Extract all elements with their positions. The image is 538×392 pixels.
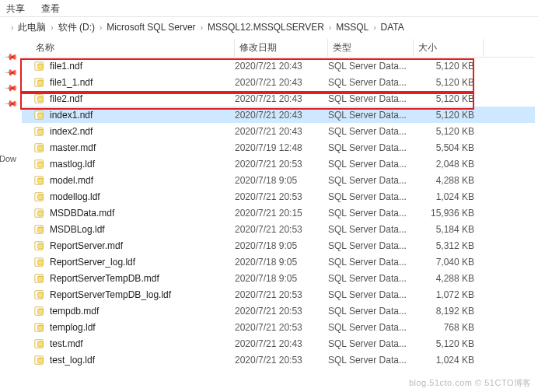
database-file-icon [34,306,45,317]
file-name: ReportServerTempDB_log.ldf [50,289,171,300]
file-date: 2020/7/21 20:15 [235,208,328,219]
file-name: index1.ndf [50,110,93,121]
file-size: 5,312 KB [414,240,484,251]
file-name: MSDBLog.ldf [50,224,105,235]
table-row[interactable]: index1.ndf2020/7/21 20:43SQL Server Data… [22,107,535,123]
file-name: test.mdf [50,338,83,349]
table-row[interactable]: index2.ndf2020/7/21 20:43SQL Server Data… [22,123,535,139]
file-type: SQL Server Data... [328,273,414,284]
table-row[interactable]: model.mdf2020/7/18 9:05SQL Server Data..… [22,172,535,188]
table-row[interactable]: MSDBLog.ldf2020/7/21 20:53SQL Server Dat… [22,221,535,237]
table-row[interactable]: templog.ldf2020/7/21 20:53SQL Server Dat… [22,319,535,335]
file-date: 2020/7/18 9:05 [235,273,328,284]
pin-icon[interactable]: 📌 [5,65,18,79]
file-rows: file1.ndf2020/7/21 20:43SQL Server Data.… [22,58,535,368]
file-type: SQL Server Data... [328,257,414,268]
file-name: ReportServer.mdf [50,240,123,251]
database-file-icon [34,159,45,170]
header-size[interactable]: 大小 [414,39,484,57]
file-size: 1,024 KB [414,355,484,366]
table-row[interactable]: ReportServerTempDB.mdf2020/7/18 9:05SQL … [22,270,535,286]
table-row[interactable]: modellog.ldf2020/7/21 20:53SQL Server Da… [22,188,535,205]
file-size: 4,288 KB [414,273,484,284]
crumb[interactable]: MSSQL12.MSSQLSERVER [208,22,324,33]
table-row[interactable]: master.mdf2020/7/19 12:48SQL Server Data… [22,139,535,156]
file-type: SQL Server Data... [328,142,414,153]
crumb[interactable]: 此电脑 [18,21,46,34]
file-date: 2020/7/18 9:05 [235,240,328,251]
file-type: SQL Server Data... [328,306,414,317]
menu-item-share[interactable]: 共享 [6,3,25,14]
file-size: 7,040 KB [414,257,484,268]
quick-access-sidebar: 📌 📌 📌 📌 :Dow [0,45,22,387]
file-date: 2020/7/21 20:43 [235,110,328,121]
file-type: SQL Server Data... [328,289,414,300]
crumb[interactable]: Microsoft SQL Server [107,22,195,33]
crumb[interactable]: MSSQL [336,22,369,33]
pin-icon[interactable]: 📌 [5,81,18,94]
table-row[interactable]: MSDBData.mdf2020/7/21 20:15SQL Server Da… [22,205,535,221]
database-file-icon [34,355,45,366]
file-size: 1,024 KB [414,191,484,202]
file-type: SQL Server Data... [328,61,414,72]
file-type: SQL Server Data... [328,322,414,333]
table-row[interactable]: ReportServer_log.ldf2020/7/18 9:05SQL Se… [22,254,535,270]
table-row[interactable]: file1_1.ndf2020/7/21 20:43SQL Server Dat… [22,74,535,90]
table-row[interactable]: mastlog.ldf2020/7/21 20:53SQL Server Dat… [22,156,535,172]
table-row[interactable]: file1.ndf2020/7/21 20:43SQL Server Data.… [22,58,535,74]
file-name: tempdb.mdf [50,306,99,317]
top-menu: 共享 查看 [0,0,538,17]
file-size: 5,184 KB [414,224,484,235]
breadcrumb[interactable]: › 此电脑 › 软件 (D:) › Microsoft SQL Server ›… [0,17,538,37]
file-name: mastlog.ldf [50,159,95,170]
file-date: 2020/7/21 20:53 [235,224,328,235]
file-date: 2020/7/21 20:53 [235,289,328,300]
file-size: 5,120 KB [414,61,484,72]
file-size: 5,504 KB [414,142,484,153]
file-date: 2020/7/21 20:53 [235,159,328,170]
header-date[interactable]: 修改日期 [235,39,328,57]
column-headers: 名称 修改日期 类型 大小 [22,39,535,58]
file-date: 2020/7/21 20:53 [235,355,328,366]
table-row[interactable]: ReportServerTempDB_log.ldf2020/7/21 20:5… [22,286,535,303]
table-row[interactable]: file2.ndf2020/7/21 20:43SQL Server Data.… [22,90,535,107]
file-date: 2020/7/18 9:05 [235,175,328,186]
file-type: SQL Server Data... [328,224,414,235]
file-name: index2.ndf [50,126,93,137]
database-file-icon [34,77,45,88]
database-file-icon [34,191,45,202]
file-size: 5,120 KB [414,338,484,349]
chevron-right-icon: › [329,23,331,32]
table-row[interactable]: tempdb.mdf2020/7/21 20:53SQL Server Data… [22,303,535,319]
file-size: 5,120 KB [414,110,484,121]
table-row[interactable]: test.mdf2020/7/21 20:43SQL Server Data..… [22,335,535,352]
file-size: 15,936 KB [414,208,484,219]
database-file-icon [34,175,45,186]
header-type[interactable]: 类型 [328,39,414,57]
pin-icon[interactable]: 📌 [5,96,18,110]
table-row[interactable]: test_log.ldf2020/7/21 20:53SQL Server Da… [22,352,535,368]
file-date: 2020/7/21 20:43 [235,77,328,88]
file-date: 2020/7/21 20:43 [235,338,328,349]
file-type: SQL Server Data... [328,355,414,366]
file-name: file1_1.ndf [50,77,93,88]
file-date: 2020/7/21 20:43 [235,61,328,72]
database-file-icon [34,110,45,121]
database-file-icon [34,338,45,349]
file-size: 5,120 KB [414,77,484,88]
file-type: SQL Server Data... [328,77,414,88]
file-type: SQL Server Data... [328,191,414,202]
database-file-icon [34,240,45,251]
file-date: 2020/7/21 20:53 [235,191,328,202]
file-list-panel: 名称 修改日期 类型 大小 file1.ndf2020/7/21 20:43SQ… [22,39,535,368]
table-row[interactable]: ReportServer.mdf2020/7/18 9:05SQL Server… [22,237,535,254]
header-name[interactable]: 名称 [31,39,235,57]
crumb[interactable]: 软件 (D:) [58,21,95,34]
crumb[interactable]: DATA [381,22,404,33]
file-type: SQL Server Data... [328,240,414,251]
file-date: 2020/7/19 12:48 [235,142,328,153]
menu-item-view[interactable]: 查看 [41,3,60,14]
pin-icon[interactable]: 📌 [5,50,18,63]
file-date: 2020/7/21 20:53 [235,322,328,333]
file-name: model.mdf [50,175,93,186]
